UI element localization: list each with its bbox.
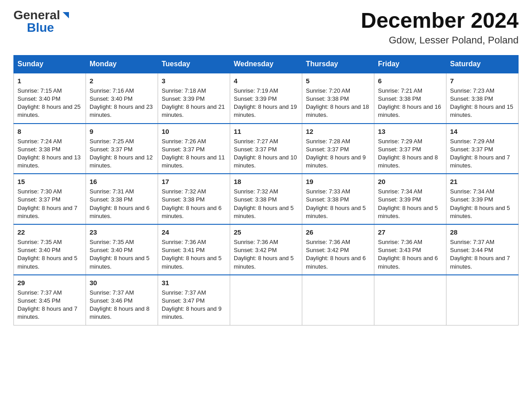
daylight-label: Daylight: 8 hours and 5 minutes. xyxy=(17,255,77,270)
table-row: 17 Sunrise: 7:32 AM Sunset: 3:38 PM Dayl… xyxy=(158,174,230,224)
day-info: Sunrise: 7:36 AM Sunset: 3:43 PM Dayligh… xyxy=(378,238,442,271)
day-info: Sunrise: 7:25 AM Sunset: 3:37 PM Dayligh… xyxy=(90,137,154,170)
sunrise-time: 7:36 AM xyxy=(401,239,422,245)
col-saturday: Saturday xyxy=(446,55,519,73)
sunrise-label: Sunrise: xyxy=(17,289,40,296)
sunrise-time: 7:36 AM xyxy=(329,239,350,245)
sunset-time: 3:38 PM xyxy=(183,196,205,203)
day-info: Sunrise: 7:35 AM Sunset: 3:40 PM Dayligh… xyxy=(17,238,82,271)
sunset-label: Sunset: xyxy=(162,196,183,203)
sunrise-label: Sunrise: xyxy=(17,138,40,145)
table-row: 11 Sunrise: 7:27 AM Sunset: 3:37 PM Dayl… xyxy=(230,124,302,174)
table-row: 7 Sunrise: 7:23 AM Sunset: 3:38 PM Dayli… xyxy=(446,73,519,124)
daylight-label: Daylight: 8 hours and 8 minutes. xyxy=(90,305,150,320)
sunrise-label: Sunrise: xyxy=(378,138,401,145)
sunrise-time: 7:32 AM xyxy=(257,188,278,195)
day-number: 24 xyxy=(162,227,226,237)
sunrise-time: 7:29 AM xyxy=(401,138,422,145)
sunrise-label: Sunrise: xyxy=(306,239,329,245)
svg-marker-0 xyxy=(63,12,69,18)
day-number: 27 xyxy=(378,227,442,237)
sunset-time: 3:43 PM xyxy=(399,247,421,253)
sunset-time: 3:38 PM xyxy=(327,95,349,102)
daylight-label: Daylight: 8 hours and 5 minutes. xyxy=(90,255,150,270)
sunrise-label: Sunrise: xyxy=(234,239,257,245)
sunrise-label: Sunrise: xyxy=(378,188,401,195)
sunset-time: 3:39 PM xyxy=(255,95,277,102)
sunset-time: 3:37 PM xyxy=(39,196,60,203)
day-info: Sunrise: 7:36 AM Sunset: 3:41 PM Dayligh… xyxy=(162,238,226,271)
day-number: 6 xyxy=(378,76,442,86)
sunrise-time: 7:32 AM xyxy=(184,188,206,195)
daylight-label: Daylight: 8 hours and 6 minutes. xyxy=(90,205,150,219)
daylight-label: Daylight: 8 hours and 5 minutes. xyxy=(306,205,366,219)
table-row: 16 Sunrise: 7:31 AM Sunset: 3:38 PM Dayl… xyxy=(86,174,158,224)
sunrise-label: Sunrise: xyxy=(306,188,329,195)
day-info: Sunrise: 7:21 AM Sunset: 3:38 PM Dayligh… xyxy=(378,87,442,120)
day-number: 28 xyxy=(450,227,515,237)
sunrise-label: Sunrise: xyxy=(234,138,257,145)
calendar-header-row: Sunday Monday Tuesday Wednesday Thursday… xyxy=(14,55,519,73)
table-row xyxy=(374,275,446,325)
day-info: Sunrise: 7:34 AM Sunset: 3:39 PM Dayligh… xyxy=(450,188,515,220)
sunrise-time: 7:19 AM xyxy=(257,87,278,94)
sunrise-label: Sunrise: xyxy=(234,87,257,94)
sunset-label: Sunset: xyxy=(17,297,39,304)
table-row xyxy=(302,275,374,325)
sunset-label: Sunset: xyxy=(234,196,255,203)
day-number: 17 xyxy=(162,177,226,186)
sunset-label: Sunset: xyxy=(90,95,111,102)
sunset-time: 3:39 PM xyxy=(183,95,205,102)
col-sunday: Sunday xyxy=(14,55,86,73)
day-number: 23 xyxy=(90,227,154,237)
table-row: 5 Sunrise: 7:20 AM Sunset: 3:38 PM Dayli… xyxy=(302,73,374,124)
sunset-label: Sunset: xyxy=(234,95,255,102)
table-row: 15 Sunrise: 7:30 AM Sunset: 3:37 PM Dayl… xyxy=(14,174,86,224)
day-info: Sunrise: 7:26 AM Sunset: 3:37 PM Dayligh… xyxy=(162,137,226,170)
daylight-label: Daylight: 8 hours and 18 minutes. xyxy=(306,103,369,118)
sunrise-time: 7:25 AM xyxy=(112,138,134,145)
sunrise-label: Sunrise: xyxy=(450,87,473,94)
table-row: 13 Sunrise: 7:29 AM Sunset: 3:37 PM Dayl… xyxy=(374,124,446,174)
day-info: Sunrise: 7:35 AM Sunset: 3:40 PM Dayligh… xyxy=(90,238,154,271)
sunrise-label: Sunrise: xyxy=(90,87,112,94)
daylight-label: Daylight: 8 hours and 5 minutes. xyxy=(162,255,222,270)
day-info: Sunrise: 7:30 AM Sunset: 3:37 PM Dayligh… xyxy=(17,188,82,220)
col-wednesday: Wednesday xyxy=(230,55,302,73)
day-number: 21 xyxy=(450,177,515,186)
sunrise-time: 7:35 AM xyxy=(40,239,62,245)
day-number: 13 xyxy=(378,127,442,136)
daylight-label: Daylight: 8 hours and 13 minutes. xyxy=(17,154,81,169)
day-number: 16 xyxy=(90,177,154,186)
daylight-label: Daylight: 8 hours and 7 minutes. xyxy=(17,205,77,219)
table-row: 31 Sunrise: 7:37 AM Sunset: 3:47 PM Dayl… xyxy=(158,275,230,325)
sunrise-time: 7:18 AM xyxy=(184,87,206,94)
sunrise-label: Sunrise: xyxy=(17,87,40,94)
sunrise-label: Sunrise: xyxy=(306,87,329,94)
sunset-time: 3:37 PM xyxy=(183,146,205,153)
col-friday: Friday xyxy=(374,55,446,73)
sunrise-time: 7:37 AM xyxy=(40,289,62,296)
day-number: 15 xyxy=(17,177,82,186)
daylight-label: Daylight: 8 hours and 5 minutes. xyxy=(234,205,294,219)
sunrise-time: 7:30 AM xyxy=(40,188,62,195)
day-number: 30 xyxy=(90,278,154,287)
table-row: 30 Sunrise: 7:37 AM Sunset: 3:46 PM Dayl… xyxy=(86,275,158,325)
sunset-label: Sunset: xyxy=(162,297,183,304)
sunset-label: Sunset: xyxy=(378,95,399,102)
sunset-time: 3:38 PM xyxy=(399,95,421,102)
sunrise-label: Sunrise: xyxy=(378,87,401,94)
sunset-label: Sunset: xyxy=(90,297,111,304)
calendar-week-row: 8 Sunrise: 7:24 AM Sunset: 3:38 PM Dayli… xyxy=(14,124,519,174)
day-info: Sunrise: 7:27 AM Sunset: 3:37 PM Dayligh… xyxy=(234,137,298,170)
day-number: 9 xyxy=(90,127,154,136)
table-row xyxy=(446,275,519,325)
sunset-label: Sunset: xyxy=(234,146,255,153)
sunset-label: Sunset: xyxy=(450,247,472,253)
day-info: Sunrise: 7:37 AM Sunset: 3:47 PM Dayligh… xyxy=(162,289,226,321)
sunset-label: Sunset: xyxy=(306,146,327,153)
sunset-time: 3:40 PM xyxy=(39,247,60,253)
daylight-label: Daylight: 8 hours and 6 minutes. xyxy=(162,205,222,219)
day-info: Sunrise: 7:29 AM Sunset: 3:37 PM Dayligh… xyxy=(378,137,442,170)
logo-triangle-icon xyxy=(61,10,71,20)
